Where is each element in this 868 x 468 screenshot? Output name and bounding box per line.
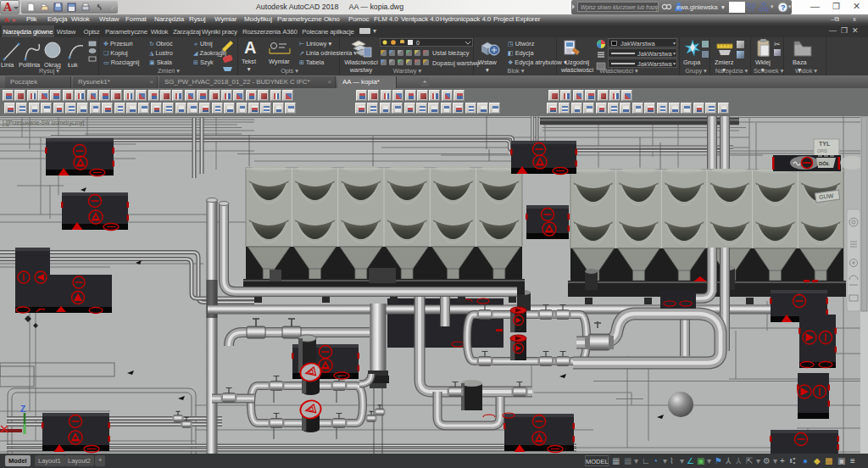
svg-text:?: ? [781, 3, 786, 12]
svg-text:Z: Z [20, 404, 25, 414]
svg-text:0: 0 [416, 40, 420, 46]
svg-text:[-][Przesuwanie-SW Izometryczn: [-][Przesuwanie-SW Izometryczny] [3, 120, 84, 126]
svg-text:OPIS: OPIS [817, 148, 828, 153]
svg-text:TYL: TYL [819, 141, 831, 147]
svg-text:DÓŁ: DÓŁ [819, 160, 830, 166]
